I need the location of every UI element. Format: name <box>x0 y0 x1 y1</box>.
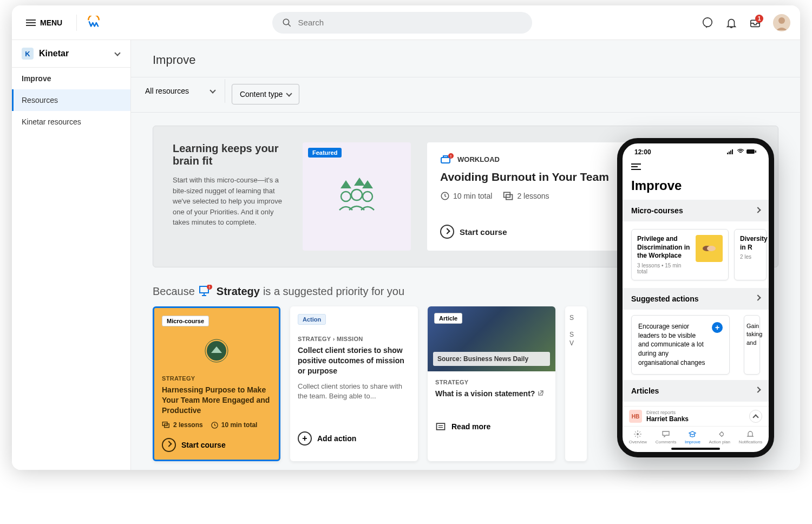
card-article[interactable]: Article Source: Business News Daily STRA… <box>428 306 555 461</box>
inbox-icon[interactable]: 1 <box>749 17 761 29</box>
searchbar[interactable] <box>272 12 532 34</box>
tab-label: Notifications <box>739 440 763 444</box>
svg-point-4 <box>341 192 351 201</box>
svg-rect-44 <box>719 432 724 436</box>
chevron-down-icon <box>286 90 292 96</box>
search-icon <box>282 18 292 28</box>
tab-notifications[interactable]: Notifications <box>739 430 763 444</box>
tab-label: Comments <box>656 440 677 444</box>
sidebar-item-resources[interactable]: Resources <box>12 89 130 111</box>
section-label: Micro-courses <box>631 206 683 215</box>
tab-label: Overview <box>629 440 647 444</box>
play-circle-icon <box>162 438 176 452</box>
filter-all-label: All resources <box>145 87 189 95</box>
card-read-more[interactable]: Read more <box>435 422 548 431</box>
strategy-icon: ! <box>198 285 213 298</box>
svg-rect-7 <box>441 158 450 163</box>
section-micro-courses[interactable]: Micro-courses <box>623 200 769 221</box>
svg-rect-24 <box>727 153 728 154</box>
avatar[interactable] <box>773 14 790 31</box>
search-input[interactable] <box>298 18 522 27</box>
mini-card-sub: 3 lessons • 15 min total <box>637 263 691 274</box>
filter-content-label: Content type <box>240 90 283 99</box>
workday-logo[interactable] <box>76 15 102 31</box>
company-selector[interactable]: K Kinetar <box>12 40 130 68</box>
user-role: Direct reports <box>646 410 689 415</box>
chevron-down-icon <box>114 50 120 56</box>
team-illustration <box>330 178 384 215</box>
card-add-action[interactable]: + Add action <box>298 431 410 446</box>
section-articles[interactable]: Articles <box>623 380 769 402</box>
chevron-right-icon <box>755 295 761 301</box>
mobile-preview: 12:00 Improve Micro-courses Privilege an… <box>617 138 774 457</box>
section-priority: Strategy <box>217 285 260 298</box>
hero-thumbnail: Featured <box>303 142 411 251</box>
expand-icon[interactable] <box>749 410 762 423</box>
search-wrap <box>112 12 692 34</box>
card-cta: Add action <box>317 434 356 443</box>
page-title: Improve <box>131 40 800 77</box>
sidebar-item-improve[interactable]: Improve <box>12 68 130 89</box>
mini-thumb <box>696 235 723 262</box>
inbox-badge: 1 <box>755 15 763 23</box>
phone-status-icons <box>727 148 757 156</box>
card-action[interactable]: Action STRATEGY › MISSION Collect client… <box>290 306 418 461</box>
card-title: Harnessing Purpose to Make Your Team Mor… <box>162 385 271 416</box>
card-start-course[interactable]: Start course <box>162 438 271 452</box>
phone-time: 12:00 <box>634 148 651 156</box>
play-circle-icon <box>440 225 454 239</box>
article-icon <box>435 422 446 431</box>
action-text-partial: Gain taking and <box>746 322 762 347</box>
chat-icon[interactable] <box>702 17 713 29</box>
card-title: Collect client stories to show positive … <box>298 345 410 376</box>
phone-user-bar[interactable]: HB Direct reports Harriet Banks <box>623 406 769 426</box>
tab-improve[interactable]: Improve <box>685 430 700 444</box>
duration: 10 min total <box>440 191 492 201</box>
lessons-icon <box>503 191 514 201</box>
svg-rect-28 <box>746 149 755 154</box>
filter-content-type[interactable]: Content type <box>232 84 299 104</box>
company-initial: K <box>22 48 34 60</box>
phone-menu-icon[interactable] <box>623 161 769 175</box>
action-card[interactable]: Encourage senior leaders to be visible a… <box>631 315 730 375</box>
card-partial[interactable]: SSV <box>565 306 587 461</box>
tab-action-plan[interactable]: Action plan <box>709 430 730 444</box>
user-initials: HB <box>629 410 642 423</box>
phone-content: Improve Micro-courses Privilege and Disc… <box>623 159 769 406</box>
tab-overview[interactable]: Overview <box>629 430 647 444</box>
mini-card-partial[interactable]: Diversity in R 2 les <box>734 229 767 280</box>
sidebar-item-kinetar-resources[interactable]: Kinetar resources <box>12 111 130 133</box>
mini-card-title: Privilege and Discrimination in the Work… <box>637 235 691 260</box>
tab-comments[interactable]: Comments <box>656 430 677 444</box>
svg-text:!: ! <box>450 154 451 158</box>
card-breadcrumb: STRATEGY › MISSION <box>298 336 410 342</box>
micro-courses-row: Privilege and Discrimination in the Work… <box>623 221 769 288</box>
plus-circle-icon: + <box>298 431 312 446</box>
mini-card-sub: 2 les <box>740 254 768 260</box>
article-source: Source: Business News Daily <box>433 352 550 366</box>
svg-point-34 <box>707 246 716 251</box>
mini-card[interactable]: Privilege and Discrimination in the Work… <box>631 229 729 280</box>
bell-icon[interactable] <box>725 17 737 29</box>
plus-icon[interactable]: + <box>712 322 723 333</box>
svg-point-6 <box>363 192 372 201</box>
action-card-partial[interactable]: Gain taking and <box>744 315 760 375</box>
micro-illustration <box>162 332 271 370</box>
phone-status-bar: 12:00 <box>623 143 769 159</box>
svg-point-0 <box>283 19 289 25</box>
company-name: Kinetar <box>39 49 69 58</box>
section-suggested-actions[interactable]: Suggested actions <box>623 288 769 310</box>
filter-all-resources[interactable]: All resources <box>135 79 225 103</box>
card-category: STRATEGY <box>435 379 548 385</box>
card-cta: Read more <box>451 422 490 431</box>
card-cta: Start course <box>181 441 226 449</box>
menu-button[interactable]: MENU <box>22 14 67 31</box>
external-link-icon <box>537 390 543 396</box>
svg-point-2 <box>703 17 712 27</box>
svg-point-35 <box>637 433 639 435</box>
card-micro-course[interactable]: Micro-course STRATEGY Harnessing Purpose… <box>153 306 280 461</box>
svg-line-41 <box>639 436 640 437</box>
home-indicator <box>671 448 720 450</box>
chevron-right-icon <box>755 207 761 213</box>
svg-line-42 <box>635 436 636 437</box>
